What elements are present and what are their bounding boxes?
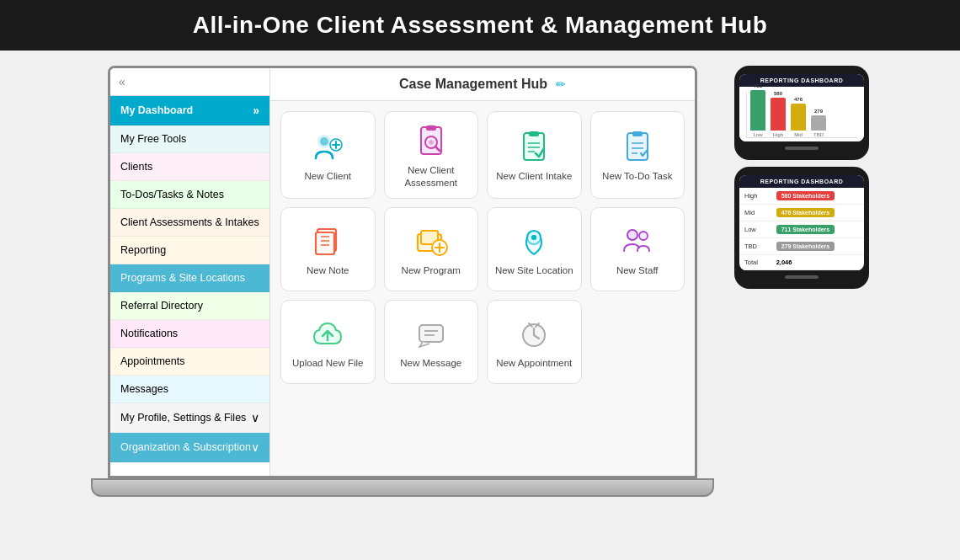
grid-item-label: New Client Intake [496,170,572,183]
sidebar-item-client-assessments---intakes[interactable]: Client Assessments & Intakes [110,209,269,237]
grid-item-new-appointment[interactable]: New Appointment [487,300,582,384]
grid-item-new-assessment[interactable]: New Client Assessment [384,111,479,199]
bar-rect [750,90,765,131]
svg-point-33 [627,230,637,240]
sidebar-item-my-free-tools[interactable]: My Free Tools [110,125,269,153]
svg-rect-6 [426,125,436,131]
content-area: Case Management Hub ✏ New Client New Cli… [270,68,695,476]
bar-chart: 711Low580High476Mid279TBD [746,92,857,138]
grid-item-new-staff[interactable]: New Staff [590,207,685,291]
report-badge: 580 Stakeholders [776,191,835,200]
sidebar-item-messages[interactable]: Messages [110,376,269,403]
grid-item-new-site[interactable]: New Site Location [487,207,582,291]
sidebar-item-label: Reporting [120,244,166,256]
sidebar-item-label: Appointments [120,355,184,367]
bar-value: 279 [814,109,823,114]
report-row-value: 476 Stakeholders [771,205,864,221]
report-row-value: 2,046 [771,255,864,270]
phone-area: REPORTING DASHBOARD 711Low580High476Mid2… [734,66,869,289]
sidebar-item-my-dashboard[interactable]: My Dashboard» [110,96,269,125]
sidebar-item-label: To-Dos/Tasks & Notes [120,189,224,200]
sidebar-arrow-icon: ∨ [251,440,259,454]
bar-value: 580 [774,91,782,96]
page-banner: All-in-One Client Assessment & Managemen… [0,0,960,51]
svg-point-32 [531,235,536,240]
phone2: REPORTING DASHBOARD High580 Stakeholders… [734,167,869,289]
bar-group-low: 711Low [750,83,765,137]
content-title: Case Management Hub [399,77,547,92]
sidebar-item-label: My Free Tools [120,133,186,145]
grid-item-label: New Staff [616,264,659,277]
report-row-label: Total [739,255,771,270]
sidebar-item-notifications[interactable]: Notifications [110,320,269,348]
grid-item-new-client[interactable]: New Client [280,111,376,199]
svg-point-9 [429,140,434,145]
grid-item-label: New Message [400,357,461,370]
report-badge: 711 Stakeholders [776,225,835,234]
report-row-label: High [739,188,771,205]
sidebar-item-clients[interactable]: Clients [110,153,269,181]
bar-rect [771,98,786,131]
new-note-icon [311,224,344,258]
new-intake-icon [517,130,551,163]
main-area: « My Dashboard»My Free ToolsClientsTo-Do… [0,51,960,560]
grid-item-label: Upload New File [292,357,363,370]
sidebar-item-to-dos-tasks---notes[interactable]: To-Dos/Tasks & Notes [110,181,269,209]
report-badge: 476 Stakeholders [776,208,835,217]
bar-group-mid: 476Mid [791,97,806,137]
report-badge: 279 Stakeholders [776,242,835,251]
svg-rect-10 [524,133,544,160]
sidebar-item-my-profile--settings---files[interactable]: My Profile, Settings & Files∨ [110,403,269,433]
sidebar-item-label: Programs & Site Locations [120,272,245,284]
sidebar-item-referral-directory[interactable]: Referral Directory [110,292,269,320]
sidebar-item-label: Clients [120,161,152,173]
new-appointment-icon [517,317,551,350]
grid-item-label: New Client [304,170,351,183]
grid-item-new-note[interactable]: New Note [280,207,376,291]
grid-item-label: New To-Do Task [602,170,672,183]
collapse-icon[interactable]: « [119,75,125,88]
sidebar-item-label: Organization & Subscription [120,441,251,453]
bar-rect [791,104,806,131]
svg-rect-16 [632,131,643,136]
phone1-screen: REPORTING DASHBOARD 711Low580High476Mid2… [739,74,864,141]
new-program-icon [414,224,448,258]
sidebar-item-label: My Profile, Settings & Files [120,412,246,424]
sidebar-item-label: Referral Directory [120,300,203,312]
upload-file-icon [311,317,344,350]
svg-point-34 [639,232,648,240]
phone2-bottom-bar [785,275,819,279]
sidebar-item-programs---site-locations[interactable]: Programs & Site Locations [110,264,269,292]
bar-label: Low [753,132,762,137]
report-row-label: TBD [739,238,771,255]
grid-item-label: New Appointment [496,357,572,370]
svg-rect-21 [316,232,334,254]
edit-icon[interactable]: ✏ [556,77,566,91]
phone2-header: REPORTING DASHBOARD [739,175,864,188]
sidebar-item-appointments[interactable]: Appointments [110,348,269,376]
grid-item-new-intake[interactable]: New Client Intake [487,111,582,199]
content-header: Case Management Hub ✏ [270,68,695,101]
svg-point-1 [320,137,328,146]
sidebar-item-label: Notifications [120,328,178,339]
grid-item-new-message[interactable]: New Message [384,300,479,384]
new-staff-icon [621,224,654,258]
bar-label: Mid [794,132,803,137]
sidebar-arrow-icon: » [253,104,259,117]
report-table: High580 StakeholdersMid476 StakeholdersL… [739,188,864,270]
grid-item-new-program[interactable]: New Program [384,207,479,291]
report-row-value: 279 Stakeholders [771,238,864,255]
grid-item-upload-file[interactable]: Upload New File [280,300,376,384]
bar-chart-area: 711Low580High476Mid279TBD [739,87,864,141]
bar-group-high: 580High [771,91,786,137]
phone1: REPORTING DASHBOARD 711Low580High476Mid2… [734,66,869,160]
grid-item-new-todo[interactable]: New To-Do Task [590,111,685,199]
report-row-value: 580 Stakeholders [771,188,864,205]
sidebar-item-label: Client Assessments & Intakes [120,216,259,228]
bar-group-tbd: 279TBD [811,109,826,137]
sidebar-item-label: Messages [120,383,168,395]
grid-item-label: New Client Assessment [392,164,472,189]
sidebar-item-organization---subscription[interactable]: Organization & Subscription∨ [110,433,269,462]
sidebar-item-reporting[interactable]: Reporting [110,237,269,264]
report-row: Mid476 Stakeholders [739,205,864,221]
